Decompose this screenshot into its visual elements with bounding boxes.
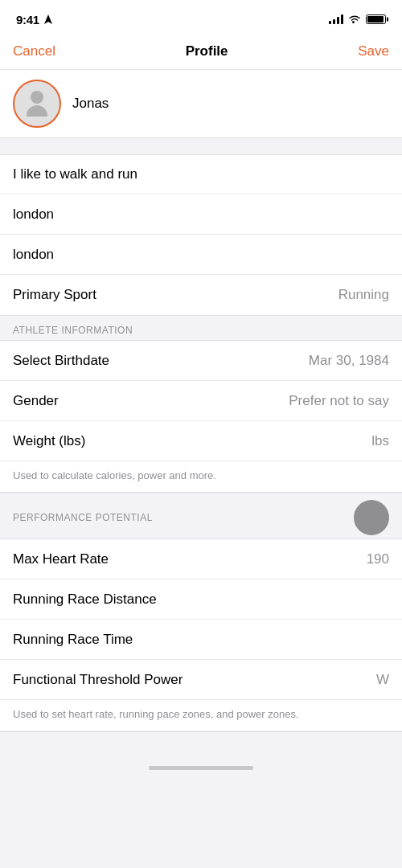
weight-label: Weight (lbs)	[13, 433, 85, 449]
status-icons	[329, 14, 386, 24]
city1-label: london	[13, 207, 54, 223]
avatar-person-icon	[24, 91, 50, 117]
performance-note: Used to set heart rate, running pace zon…	[13, 708, 299, 720]
gender-value: Prefer not to say	[289, 393, 389, 409]
weight-value: lbs	[371, 433, 389, 449]
status-bar: 9:41	[0, 0, 402, 35]
birthdate-label: Select Birthdate	[13, 353, 109, 369]
functional-threshold-power-label: Functional Threshold Power	[13, 672, 183, 688]
primary-sport-value: Running	[338, 287, 389, 303]
home-bar	[149, 766, 253, 770]
save-button[interactable]: Save	[358, 43, 389, 59]
gap1	[0, 138, 402, 154]
athlete-note: Used to calculate calories, power and mo…	[13, 469, 216, 481]
birthdate-row[interactable]: Select Birthdate Mar 30, 1984	[0, 341, 402, 381]
wifi-icon	[348, 14, 361, 24]
bio-text: I like to walk and run	[13, 166, 137, 182]
running-race-distance-label: Running Race Distance	[13, 592, 157, 608]
athlete-note-row: Used to calculate calories, power and mo…	[0, 461, 402, 493]
primary-sport-label: Primary Sport	[13, 287, 96, 303]
cancel-button[interactable]: Cancel	[13, 43, 55, 59]
max-heart-rate-label: Max Heart Rate	[13, 551, 109, 567]
running-race-time-row[interactable]: Running Race Time	[0, 620, 402, 660]
gender-row[interactable]: Gender Prefer not to say	[0, 381, 402, 421]
functional-threshold-power-row[interactable]: Functional Threshold Power W	[0, 660, 402, 700]
weight-row[interactable]: Weight (lbs) lbs	[0, 421, 402, 461]
birthdate-value: Mar 30, 1984	[309, 353, 389, 369]
bio-section: I like to walk and run london london Pri…	[0, 154, 402, 316]
performance-section-header: PERFORMANCE POTENTIAL	[0, 493, 402, 538]
bio-row[interactable]: I like to walk and run	[0, 155, 402, 194]
city2-row[interactable]: london	[0, 235, 402, 275]
city2-label: london	[13, 247, 54, 263]
performance-header-text: PERFORMANCE POTENTIAL	[13, 512, 153, 523]
running-race-distance-row[interactable]: Running Race Distance	[0, 579, 402, 620]
running-race-time-label: Running Race Time	[13, 632, 133, 648]
primary-sport-row[interactable]: Primary Sport Running	[0, 275, 402, 315]
performance-toggle[interactable]	[354, 500, 389, 535]
signal-bars-icon	[329, 14, 343, 24]
athlete-header-text: ATHLETE INFORMATION	[13, 325, 133, 336]
max-heart-rate-value: 190	[367, 551, 389, 567]
battery-icon	[366, 14, 386, 24]
bottom-spacer	[0, 732, 402, 756]
performance-section: Max Heart Rate 190 Running Race Distance…	[0, 538, 402, 732]
avatar[interactable]	[13, 80, 61, 128]
profile-header	[0, 70, 402, 138]
nav-bar: Cancel Profile Save	[0, 35, 402, 70]
name-input[interactable]	[72, 92, 389, 115]
status-time: 9:41	[16, 13, 39, 27]
page-title: Profile	[186, 43, 228, 59]
home-indicator	[0, 756, 402, 776]
gender-label: Gender	[13, 393, 59, 409]
functional-threshold-power-value: W	[376, 672, 389, 688]
navigation-icon	[44, 14, 52, 24]
city1-row[interactable]: london	[0, 194, 402, 235]
max-heart-rate-row[interactable]: Max Heart Rate 190	[0, 539, 402, 579]
performance-note-row: Used to set heart rate, running pace zon…	[0, 700, 402, 731]
athlete-section: Select Birthdate Mar 30, 1984 Gender Pre…	[0, 340, 402, 493]
athlete-section-header: ATHLETE INFORMATION	[0, 316, 402, 340]
